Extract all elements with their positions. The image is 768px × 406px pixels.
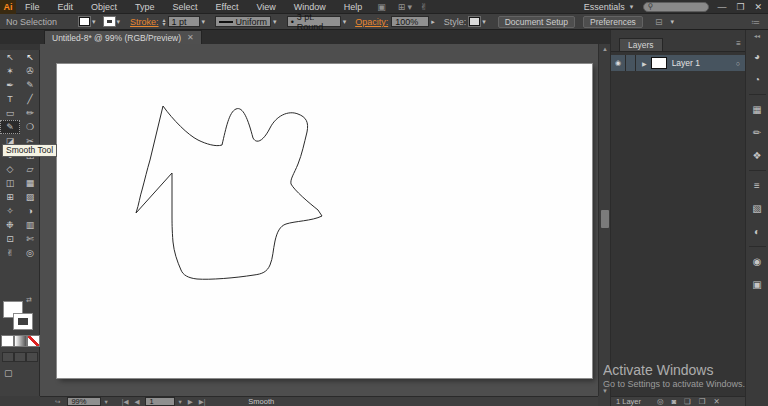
slice-tool[interactable]: ✄ xyxy=(20,232,40,246)
blend-tool[interactable]: ◑ xyxy=(20,204,40,218)
symbol-sprayer-tool[interactable]: ❉ xyxy=(0,218,20,232)
zoom-tool[interactable]: ◎ xyxy=(20,246,40,260)
type-tool[interactable]: T xyxy=(0,92,20,106)
screen-mode-icon[interactable]: ▢ xyxy=(4,368,13,378)
lock-cell[interactable] xyxy=(626,55,636,71)
canvas-area[interactable] xyxy=(40,44,598,396)
profile-arrow-icon[interactable]: ▾ xyxy=(271,18,279,26)
layer-row[interactable]: ◉ ▶ Layer 1 ○ xyxy=(611,55,746,71)
pen-tool[interactable]: ✒ xyxy=(0,78,20,92)
expand-dock-icon[interactable]: ◂◂ xyxy=(754,32,760,39)
menu-view[interactable]: View xyxy=(247,0,284,14)
draw-normal-button[interactable] xyxy=(2,352,14,362)
menu-object[interactable]: Object xyxy=(82,0,126,14)
style-swatch[interactable] xyxy=(469,17,480,26)
opacity-field[interactable]: 100% xyxy=(391,16,429,27)
stepper-down-icon[interactable]: ▾ xyxy=(163,22,166,26)
artboard-number-field[interactable]: 1 xyxy=(145,397,175,406)
share-icon[interactable]: ✌ xyxy=(414,2,434,12)
prev-artboard-icon[interactable]: ◀ xyxy=(131,398,142,406)
opacity-arrow-icon[interactable]: ▸ xyxy=(429,18,437,26)
preferences-button[interactable]: Preferences xyxy=(583,16,643,28)
stroke-weight-field[interactable]: 1 pt xyxy=(168,16,200,27)
vertical-scrollbar[interactable]: ▲ ▼ xyxy=(598,44,610,396)
color-guide-panel-icon[interactable]: ◔ xyxy=(749,71,766,88)
stroke-swatch-arrow-icon[interactable]: ▾ xyxy=(115,18,123,26)
color-button[interactable] xyxy=(2,336,13,346)
pencil-tool[interactable]: ✎ xyxy=(0,120,20,134)
panel-options-arrow-icon[interactable]: ▾ xyxy=(668,18,676,26)
mesh-tool[interactable]: ⊞ xyxy=(0,190,20,204)
menu-help[interactable]: Help xyxy=(335,0,372,14)
stroke-weight-arrow-icon[interactable]: ▾ xyxy=(200,18,208,26)
swatches-panel-icon[interactable]: ▦ xyxy=(749,101,766,118)
selection-tool[interactable]: ↖ xyxy=(0,50,20,64)
gradient-tool[interactable]: ▨ xyxy=(20,190,40,204)
appearance-panel-icon[interactable]: ◉ xyxy=(749,253,766,270)
opacity-link[interactable]: Opacity: xyxy=(355,17,388,27)
column-graph-tool[interactable]: ▥ xyxy=(20,218,40,232)
line-segment-tool[interactable]: ╱ xyxy=(20,92,40,106)
direct-selection-tool[interactable]: ↖ xyxy=(20,50,40,64)
draw-behind-button[interactable] xyxy=(14,352,26,362)
perspective-grid-tool[interactable]: ▦ xyxy=(20,176,40,190)
last-artboard-icon[interactable]: ▶| xyxy=(196,398,209,406)
none-button[interactable] xyxy=(28,336,39,346)
swap-fill-stroke-icon[interactable]: ⇄ xyxy=(26,296,32,304)
menu-edit[interactable]: Edit xyxy=(49,0,83,14)
first-artboard-icon[interactable]: |◀ xyxy=(119,398,132,406)
zoom-level-field[interactable]: 99% xyxy=(67,397,101,406)
stroke-panel-icon[interactable]: ≡ xyxy=(749,177,766,194)
shaper-tool[interactable]: ❍ xyxy=(20,120,40,134)
layer-thumbnail[interactable] xyxy=(651,57,667,69)
panel-options-icon[interactable]: ⊟ xyxy=(649,17,669,27)
search-input[interactable]: ⚲ xyxy=(643,2,709,12)
free-transform-tool[interactable]: ▱ xyxy=(20,162,40,176)
symbols-panel-icon[interactable]: ❖ xyxy=(749,147,766,164)
brushes-panel-icon[interactable]: ✏ xyxy=(749,124,766,141)
align-icon[interactable]: ≔ xyxy=(745,17,766,27)
arrange-documents-arrow-icon[interactable]: ▾ xyxy=(405,2,414,12)
stroke-weight-stepper[interactable]: ▴ ▾ xyxy=(163,18,166,26)
brush-arrow-icon[interactable]: ▾ xyxy=(341,18,349,26)
new-layer-icon[interactable]: ❐ xyxy=(699,397,706,406)
gradient-panel-icon[interactable]: ▧ xyxy=(749,200,766,217)
history-icon[interactable]: ↪ xyxy=(52,398,63,406)
rectangle-tool[interactable]: ▭ xyxy=(0,106,20,120)
close-button[interactable]: ✕ xyxy=(754,2,762,12)
stroke-color-swatch[interactable] xyxy=(104,17,115,26)
color-panel-icon[interactable]: ◕ xyxy=(749,48,766,65)
hand-tool[interactable]: ✌ xyxy=(0,246,20,260)
document-setup-button[interactable]: Document Setup xyxy=(498,16,575,28)
shape-builder-tool[interactable]: ◫ xyxy=(0,176,20,190)
gradient-button[interactable] xyxy=(15,336,26,346)
artboard-tool[interactable]: ⊡ xyxy=(0,232,20,246)
brush-definition-field[interactable]: • 3 pt. Round xyxy=(287,16,341,27)
document-tab-close-icon[interactable]: ✕ xyxy=(187,33,194,42)
layers-panel-tab[interactable]: Layers xyxy=(619,38,663,51)
paintbrush-tool[interactable]: ✏ xyxy=(20,106,40,120)
graphic-styles-panel-icon[interactable]: ▣ xyxy=(749,276,766,293)
clipping-mask-icon[interactable]: ◙ xyxy=(672,397,677,406)
panel-menu-icon[interactable]: ≡ xyxy=(736,39,741,48)
eyedropper-tool[interactable]: ✧ xyxy=(0,204,20,218)
next-artboard-icon[interactable]: ▶ xyxy=(185,398,196,406)
style-arrow-icon[interactable]: ▾ xyxy=(480,18,488,26)
lasso-tool[interactable]: ✇ xyxy=(20,64,40,78)
width-tool[interactable]: ◇ xyxy=(0,162,20,176)
zoom-arrow-icon[interactable]: ▾ xyxy=(101,398,110,406)
menu-select[interactable]: Select xyxy=(164,0,207,14)
document-tab[interactable]: Untitled-8* @ 99% (RGB/Preview) ✕ xyxy=(44,30,202,44)
stroke-link[interactable]: Stroke: xyxy=(130,17,159,27)
illustrator-logo[interactable]: Ai xyxy=(0,0,16,14)
fill-swatch[interactable] xyxy=(79,17,90,26)
restore-button[interactable]: ❐ xyxy=(736,2,744,12)
transparency-panel-icon[interactable]: ◐ xyxy=(749,223,766,240)
magic-wand-tool[interactable]: ✶ xyxy=(0,64,20,78)
menu-type[interactable]: Type xyxy=(126,0,164,14)
menu-effect[interactable]: Effect xyxy=(207,0,248,14)
width-profile-field[interactable]: Uniform xyxy=(215,16,271,27)
bridge-icon[interactable]: ▣ xyxy=(371,2,392,12)
menu-file[interactable]: File xyxy=(16,0,49,14)
new-sublayer-icon[interactable]: ❏ xyxy=(684,397,691,406)
